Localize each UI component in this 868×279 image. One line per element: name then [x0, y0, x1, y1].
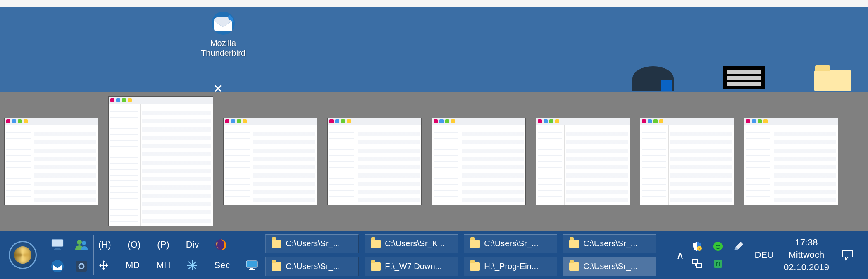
partial-folder-icon[interactable] [814, 70, 851, 91]
svg-point-19 [713, 242, 723, 251]
monitor-icon[interactable] [245, 258, 259, 272]
window-preview-thumb[interactable] [223, 118, 317, 205]
settings-icon[interactable] [74, 258, 89, 274]
desktop-icon-label: Mozilla Thunderbird [194, 38, 252, 58]
frost-icon[interactable] [185, 258, 199, 272]
folder-icon [470, 262, 480, 271]
taskbar-window-label: F:\_W7 Down... [385, 262, 442, 271]
folder-icon [272, 240, 281, 248]
taskbar-window-label: H:\_Prog-Ein... [484, 262, 538, 271]
window-preview-thumb[interactable] [744, 118, 838, 205]
tray-overflow-chevron[interactable]: ∧ [676, 249, 684, 262]
status-green-icon[interactable] [712, 241, 724, 252]
taskbar: (H)(O)(P)Div MDMHSec C:\Users\Sr_...C:\U… [0, 231, 868, 279]
window-preview-thumb[interactable]: ✕ [108, 96, 213, 226]
taskbar-window-button[interactable]: C:\Users\Sr_... [464, 234, 557, 253]
move-icon[interactable] [97, 258, 111, 272]
language-indicator[interactable]: DEU [754, 250, 773, 260]
close-icon[interactable]: ✕ [210, 81, 225, 96]
mycomputer-icon[interactable] [50, 236, 65, 252]
svg-rect-23 [697, 264, 702, 268]
security-shield-icon[interactable]: ! [692, 241, 703, 252]
svg-rect-26 [714, 260, 722, 268]
svg-point-20 [716, 245, 718, 246]
folder-icon [272, 262, 281, 271]
window-frame-top [0, 0, 868, 7]
launcher-mh[interactable]: MH [155, 259, 172, 272]
action-center-icon[interactable] [839, 249, 856, 261]
svg-rect-3 [54, 249, 61, 250]
svg-point-5 [82, 241, 86, 245]
start-button[interactable] [0, 231, 45, 279]
clock-time: 17:38 [784, 236, 829, 249]
svg-rect-7 [76, 261, 87, 272]
launcher-o[interactable]: (O) [126, 238, 143, 251]
desktop-icon-thunderbird[interactable]: Mozilla Thunderbird [194, 10, 252, 58]
taskbar-window-button[interactable]: C:\Users\Sr_... [265, 257, 359, 276]
taskbar-window-label: C:\Users\Sr_K... [385, 239, 444, 248]
svg-rect-2 [55, 248, 60, 249]
folder-icon [569, 262, 579, 271]
quick-launch-area [45, 231, 93, 279]
window-preview-thumb[interactable] [536, 118, 630, 205]
taskbar-window-label: C:\Users\Sr_... [583, 262, 637, 271]
taskbar-window-label: C:\Users\Sr_... [484, 239, 538, 248]
svg-rect-15 [250, 268, 253, 269]
system-tray: ∧ ! [670, 231, 750, 279]
window-preview-thumb[interactable] [432, 118, 526, 205]
folder-icon [371, 240, 381, 248]
taskbar-window-button[interactable]: F:\_W7 Down... [365, 257, 458, 276]
network-icon[interactable] [692, 258, 703, 269]
taskbar-window-label: C:\Users\Sr_... [286, 262, 340, 271]
clock[interactable]: 17:38 Mittwoch 02.10.2019 [784, 236, 829, 273]
clock-date: 02.10.2019 [784, 261, 829, 274]
launcher-h[interactable]: (H) [97, 238, 113, 251]
taskbar-window-label: C:\Users\Sr_... [583, 239, 637, 248]
show-desktop-button[interactable] [863, 231, 868, 279]
firefox-icon[interactable] [214, 238, 228, 252]
partial-circle-icon[interactable] [632, 66, 674, 91]
launcher-p[interactable]: (P) [155, 238, 171, 251]
clock-weekday: Mittwoch [784, 249, 829, 261]
svg-point-21 [718, 245, 720, 246]
folder-icon [371, 262, 381, 271]
svg-rect-16 [249, 269, 255, 270]
folder-icon [470, 240, 480, 248]
users-icon[interactable] [74, 236, 89, 252]
folder-icon [569, 240, 579, 248]
svg-rect-1 [52, 239, 63, 247]
taskbar-preview-strip: ✕ [0, 92, 868, 231]
taskbar-window-button[interactable]: C:\Users\Sr_... [563, 257, 656, 276]
desktop-partial-icons [632, 66, 851, 91]
clock-area: DEU 17:38 Mittwoch 02.10.2019 [750, 231, 863, 279]
svg-rect-14 [246, 261, 257, 267]
window-preview-thumb[interactable] [640, 118, 734, 205]
taskbar-window-button[interactable]: C:\Users\Sr_... [265, 234, 359, 253]
launcher-md[interactable]: MD [124, 259, 141, 272]
svg-rect-22 [693, 260, 698, 264]
app-icon[interactable] [712, 258, 724, 269]
taskbar-window-label: C:\Users\Sr_... [286, 239, 340, 248]
taskbar-window-button[interactable]: H:\_Prog-Ein... [464, 257, 557, 276]
running-tasks-area: C:\Users\Sr_...C:\Users\Sr_K...C:\Users\… [261, 231, 670, 279]
taskbar-window-button[interactable]: C:\Users\Sr_K... [365, 234, 458, 253]
window-preview-thumb[interactable] [327, 118, 422, 205]
labeled-launch-area: (H)(O)(P)Div MDMHSec [94, 231, 261, 279]
svg-point-4 [77, 240, 82, 245]
start-shell-icon [9, 241, 37, 269]
pen-icon[interactable] [733, 241, 744, 252]
taskbar-window-button[interactable]: C:\Users\Sr_... [563, 234, 656, 253]
thunderbird-icon[interactable] [50, 258, 65, 274]
partial-list-icon[interactable] [723, 66, 765, 89]
launcher-sec[interactable]: Sec [212, 259, 231, 272]
thunderbird-icon [210, 10, 236, 36]
svg-text:!: ! [699, 247, 700, 251]
launcher-div[interactable]: Div [184, 238, 201, 251]
window-preview-thumb[interactable] [4, 118, 98, 205]
